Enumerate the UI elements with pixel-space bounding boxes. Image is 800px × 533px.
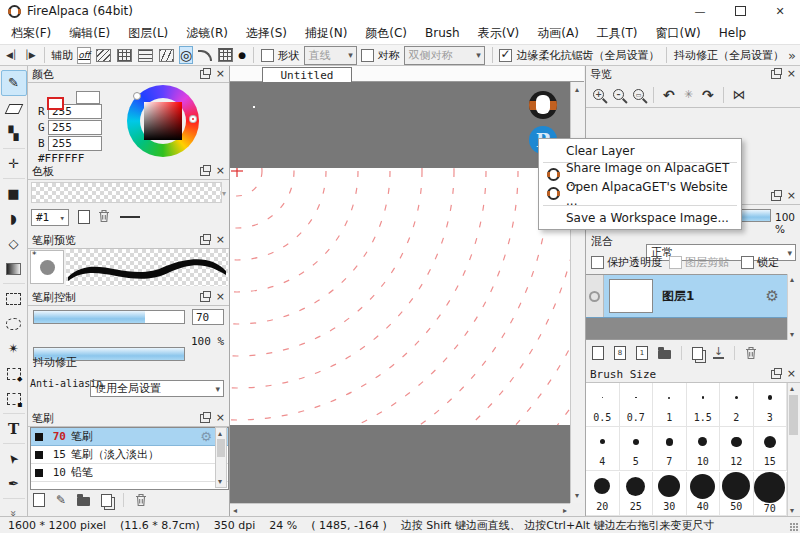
menu-item[interactable]: Help: [710, 23, 755, 44]
rotate-ccw-icon[interactable]: ↶: [663, 88, 675, 102]
float-panel-icon[interactable]: [771, 370, 781, 379]
symmetry-checkbox[interactable]: [361, 49, 374, 62]
shape-select[interactable]: 直线: [304, 46, 357, 65]
scroll-down-icon[interactable]: ▾: [218, 477, 222, 486]
palette-preset-select[interactable]: #1: [31, 209, 69, 226]
select-rect-tool[interactable]: [2, 287, 26, 311]
scroll-thumb[interactable]: [217, 439, 225, 457]
close-icon[interactable]: ×: [216, 69, 225, 79]
brush-size-cell[interactable]: 1: [653, 383, 687, 427]
antialias-checkbox[interactable]: [499, 49, 512, 62]
context-menu-item[interactable]: Save a Workspace Image...: [539, 208, 741, 227]
rotate-cw-icon[interactable]: ↷: [702, 88, 714, 102]
move-tool[interactable]: ✛: [2, 152, 26, 176]
scroll-up-icon[interactable]: ▴: [218, 429, 222, 438]
close-icon[interactable]: ×: [787, 369, 796, 379]
menu-item[interactable]: 窗口(W): [647, 23, 710, 44]
snap-off-button[interactable]: off: [77, 47, 91, 64]
scroll-left-icon[interactable]: ◂: [233, 506, 237, 515]
brush-size-cell[interactable]: 10: [687, 427, 721, 471]
protect-alpha-option[interactable]: 保护透明度: [591, 255, 662, 270]
alpacaget-button[interactable]: [529, 91, 557, 119]
float-panel-icon[interactable]: [200, 236, 210, 245]
new-layer-folder-icon[interactable]: [658, 350, 671, 359]
brush-size-cell[interactable]: 12: [720, 427, 754, 471]
brush-size-cell[interactable]: 5: [620, 427, 654, 471]
snap-horizontal-icon[interactable]: [137, 46, 154, 64]
menu-item[interactable]: Brush: [416, 23, 469, 44]
toolbar-overflow-chevron[interactable]: »: [788, 48, 796, 63]
menu-item[interactable]: 选择(S): [237, 23, 296, 44]
brush-size-value[interactable]: 70: [192, 309, 224, 325]
menu-item[interactable]: 颜色(C): [356, 23, 416, 44]
scroll-up-icon[interactable]: ▴: [790, 275, 794, 284]
float-panel-icon[interactable]: [200, 414, 210, 423]
hue-marker[interactable]: [133, 92, 141, 100]
reset-rotation-icon[interactable]: ✳: [684, 88, 693, 102]
delete-palette-icon[interactable]: [98, 209, 110, 223]
canvas-document[interactable]: [230, 168, 570, 425]
float-panel-icon[interactable]: [200, 70, 210, 79]
transparent-color-swatch[interactable]: [76, 91, 100, 104]
color-marker[interactable]: [190, 116, 196, 122]
lock-checkbox[interactable]: [741, 256, 754, 269]
brush-item[interactable]: 10铅笔: [31, 464, 228, 482]
gradient-tool[interactable]: [2, 257, 26, 281]
b-input[interactable]: 255: [48, 136, 102, 151]
maximize-button[interactable]: [720, 0, 760, 22]
brush-size-scrollbar[interactable]: ▴ ▾: [787, 383, 799, 516]
layer-visibility-toggle[interactable]: [586, 275, 604, 317]
edit-brush-icon[interactable]: ✎: [56, 493, 66, 507]
menu-item[interactable]: 动画(A): [528, 23, 588, 44]
brush-folder-icon[interactable]: [77, 497, 90, 506]
menu-item[interactable]: 工具(T): [588, 23, 647, 44]
brush-size-cell[interactable]: 25: [620, 472, 654, 516]
clipping-checkbox[interactable]: [669, 256, 682, 269]
brush-size-cell[interactable]: 20: [586, 472, 620, 516]
protect-alpha-checkbox[interactable]: [591, 256, 604, 269]
layer-list-scrollbar[interactable]: ▴ ▾: [787, 274, 799, 340]
brush-item[interactable]: 15笔刷（淡入淡出）: [31, 446, 228, 464]
fill-rect-tool[interactable]: ■: [2, 182, 26, 206]
brush-size-cell[interactable]: 40: [687, 472, 721, 516]
dither-tool[interactable]: ▚: [2, 122, 26, 146]
float-panel-icon[interactable]: [200, 293, 210, 302]
scroll-up-icon[interactable]: ▴: [575, 85, 579, 94]
float-panel-icon[interactable]: [200, 167, 210, 176]
operation-tool[interactable]: ➤: [2, 447, 26, 471]
merge-down-icon[interactable]: ↓: [713, 347, 724, 359]
shape-checkbox[interactable]: [261, 49, 274, 62]
context-menu-item[interactable]: Open AlpacaGET's Website ...: [539, 184, 741, 203]
resize-grip[interactable]: [790, 523, 798, 531]
stabilizer-select[interactable]: 使用全局设置: [90, 380, 224, 397]
delete-brush-icon[interactable]: [135, 493, 147, 507]
brush-size-cell[interactable]: 0.5: [586, 383, 620, 427]
brush-size-cell[interactable]: 4: [586, 427, 620, 471]
menu-item[interactable]: 表示(V): [469, 23, 529, 44]
pen-tool[interactable]: ✒: [2, 472, 26, 496]
duplicate-brush-icon[interactable]: [101, 494, 112, 507]
eraser-tool[interactable]: [2, 97, 26, 121]
new-8bit-layer-icon[interactable]: 8: [614, 346, 626, 360]
scroll-right-icon[interactable]: ▸: [563, 506, 567, 515]
scroll-up-icon[interactable]: ▴: [790, 384, 794, 393]
canvas-hscrollbar[interactable]: ◂ ▸: [230, 503, 570, 516]
menu-item[interactable]: 滤镜(R): [177, 23, 237, 44]
snap-vanishing-point-icon[interactable]: [158, 46, 175, 64]
brush-size-cell[interactable]: 2: [720, 383, 754, 427]
polygon-tool[interactable]: ◇: [2, 232, 26, 256]
symmetry-select[interactable]: 双侧对称: [404, 46, 485, 65]
flip-horizontal-icon[interactable]: ⋈: [733, 87, 746, 102]
lasso-tool[interactable]: [2, 312, 26, 336]
duplicate-layer-icon[interactable]: [692, 347, 703, 360]
zoom-fit-icon[interactable]: ▭: [633, 89, 644, 100]
text-tool[interactable]: T: [2, 417, 26, 441]
gear-icon[interactable]: ⚙: [200, 429, 212, 444]
brush-size-cell[interactable]: 70: [754, 472, 788, 516]
select-pen-tool[interactable]: [2, 362, 26, 386]
layer-row[interactable]: 图层1 ⚙: [586, 275, 787, 318]
minimize-button[interactable]: —: [680, 0, 720, 22]
brush-size-cell[interactable]: 7: [653, 427, 687, 471]
palette-scroll-arrow[interactable]: ▾: [222, 189, 226, 198]
saturation-square[interactable]: [144, 102, 182, 140]
